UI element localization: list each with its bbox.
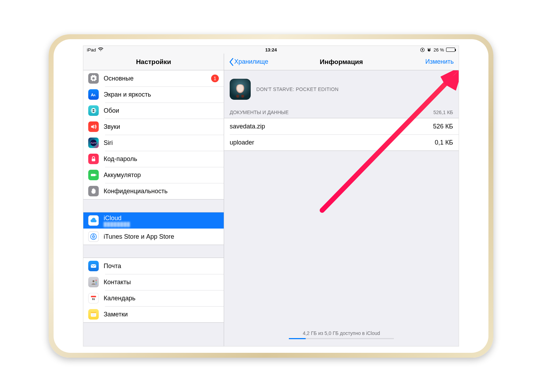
battery-pct-label: 26 % <box>433 47 444 52</box>
settings-sidebar: Настройки Основные1AAЭкран и яркостьОбои… <box>83 54 224 346</box>
sidebar-item-store[interactable]: iTunes Store и App Store <box>83 229 224 245</box>
sidebar-item-mail[interactable]: Почта <box>83 258 224 274</box>
docs-section-header: ДОКУМЕНТЫ И ДАННЫЕ 526,1 КБ <box>224 107 459 118</box>
file-name: uploader <box>230 139 254 146</box>
ipad-frame: iPad 13:24 26 % <box>49 34 493 358</box>
svg-text:A: A <box>93 93 96 97</box>
svg-rect-18 <box>91 296 96 297</box>
file-row[interactable]: uploader0,1 КБ <box>224 134 459 150</box>
sidebar-item-label: Звуки <box>104 123 120 131</box>
back-label: Хранилище <box>234 58 268 65</box>
svg-rect-11 <box>96 174 97 175</box>
sidebar-item-cal[interactable]: 31Календарь <box>83 290 224 306</box>
calendar-icon: 31 <box>88 293 99 303</box>
clock: 13:24 <box>265 47 277 52</box>
sidebar-item-label: Код-пароль <box>104 155 137 163</box>
sidebar-item-label: iTunes Store и App Store <box>104 233 174 240</box>
sidebar-item-contacts[interactable]: Контакты <box>83 274 224 290</box>
docs-section-total: 526,1 КБ <box>433 110 453 115</box>
sidebar-item-sound[interactable]: Звуки <box>83 119 224 135</box>
screen: iPad 13:24 26 % <box>83 46 459 346</box>
detail-nav: Хранилище Информация Изменить <box>224 54 459 70</box>
file-list: savedata.zip526 КБuploader0,1 КБ <box>224 118 459 151</box>
chevron-left-icon <box>229 58 234 66</box>
sidebar-item-label: Экран и яркость <box>104 91 151 98</box>
sidebar-item-label: Контакты <box>104 279 131 286</box>
orientation-lock-icon <box>420 48 425 52</box>
storage-footer: 4,2 ГБ из 5,0 ГБ доступно в iCloud <box>224 330 459 339</box>
siri-icon <box>88 138 99 148</box>
svg-rect-22 <box>91 312 96 313</box>
status-bar: iPad 13:24 26 % <box>83 46 459 54</box>
app-thumbnail-icon <box>230 79 251 100</box>
svg-rect-16 <box>96 281 97 282</box>
sidebar-item-pass[interactable]: Код-пароль <box>83 151 224 167</box>
storage-progress <box>289 338 394 339</box>
sidebar-item-icloud[interactable]: iCloud████████ <box>83 212 224 229</box>
sidebar-item-display[interactable]: AAЭкран и яркость <box>83 86 224 103</box>
file-size: 526 КБ <box>433 123 453 130</box>
sidebar-item-label: Заметки <box>104 311 128 318</box>
app-name-label: DON'T STARVE: POCKET EDITION <box>256 86 339 92</box>
device-label: iPad <box>87 47 96 52</box>
file-size: 0,1 КБ <box>435 139 453 146</box>
sidebar-item-notes[interactable]: Заметки <box>83 306 224 322</box>
sidebar-item-siri[interactable]: Siri <box>83 135 224 151</box>
svg-rect-10 <box>91 174 96 176</box>
svg-rect-17 <box>96 283 97 284</box>
contacts-icon <box>88 277 99 287</box>
sound-icon <box>88 121 99 132</box>
svg-point-14 <box>92 280 94 282</box>
sidebar-item-label: Аккумулятор <box>104 172 141 179</box>
battery-icon <box>446 48 455 52</box>
svg-rect-15 <box>96 280 97 281</box>
notes-icon <box>88 309 99 320</box>
svg-rect-3 <box>429 50 430 50</box>
sidebar-item-label: Основные <box>104 75 133 82</box>
appstore-icon <box>88 231 99 242</box>
sidebar-title: Настройки <box>83 54 224 70</box>
sidebar-item-label: Siri <box>104 139 113 147</box>
back-button[interactable]: Хранилище <box>229 58 268 66</box>
battery-icon <box>88 170 99 180</box>
sidebar-item-general[interactable]: Основные1 <box>83 70 224 86</box>
sidebar-item-label: Конфиденциальность <box>104 188 168 195</box>
gear-icon <box>88 73 99 84</box>
mail-icon <box>88 261 99 271</box>
file-row[interactable]: savedata.zip526 КБ <box>224 118 459 134</box>
storage-footer-label: 4,2 ГБ из 5,0 ГБ доступно в iCloud <box>224 330 459 336</box>
docs-section-title: ДОКУМЕНТЫ И ДАННЫЕ <box>230 110 289 115</box>
sidebar-item-label: iCloud <box>104 215 130 222</box>
wifi-icon <box>98 47 103 52</box>
sidebar-item-label: Календарь <box>104 295 136 302</box>
app-header: DON'T STARVE: POCKET EDITION <box>224 70 459 107</box>
sidebar-item-label: Обои <box>104 107 119 114</box>
sidebar-item-label: Почта <box>104 262 121 270</box>
svg-rect-9 <box>92 159 95 161</box>
cloud-icon <box>88 215 99 226</box>
alarm-icon <box>427 48 431 52</box>
file-name: savedata.zip <box>230 123 265 130</box>
detail-pane: Хранилище Информация Изменить DON'T STAR… <box>224 54 459 346</box>
edit-button[interactable]: Изменить <box>425 58 454 65</box>
sidebar-item-sublabel: ████████ <box>104 222 130 227</box>
svg-text:31: 31 <box>92 298 95 301</box>
sidebar-item-batt[interactable]: Аккумулятор <box>83 167 224 183</box>
lock-icon <box>88 154 99 164</box>
svg-rect-13 <box>91 264 96 268</box>
sidebar-item-wall[interactable]: Обои <box>83 103 224 119</box>
hand-icon <box>88 186 99 196</box>
storage-progress-fill <box>289 338 306 339</box>
wallpaper-icon <box>88 105 99 116</box>
sidebar-item-badge: 1 <box>211 75 219 82</box>
sidebar-item-priv[interactable]: Конфиденциальность <box>83 183 224 199</box>
display-icon: AA <box>88 89 99 100</box>
detail-title: Информация <box>320 58 363 66</box>
